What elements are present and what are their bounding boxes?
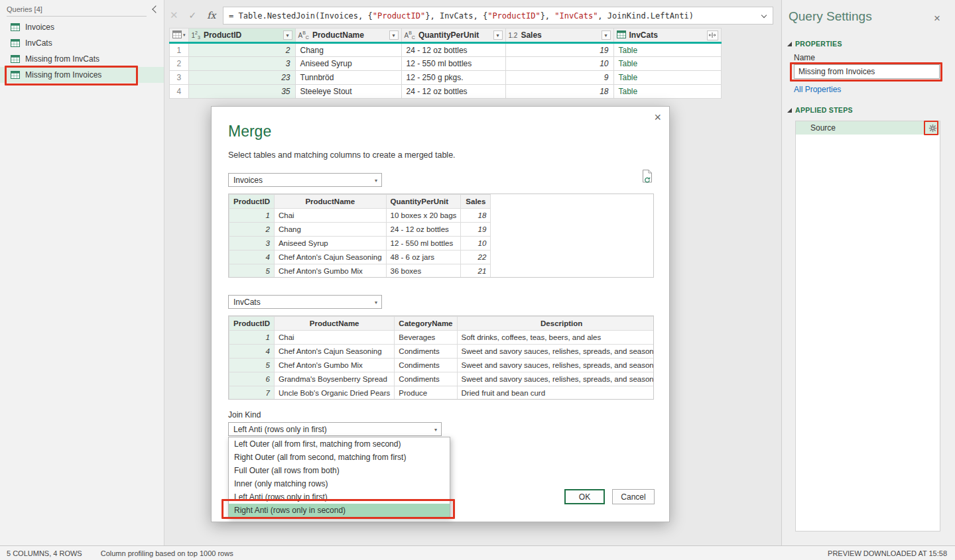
dialog-column-header[interactable]: QuantityPerUnit xyxy=(386,195,461,209)
cell[interactable]: Chai xyxy=(274,209,386,223)
cell[interactable]: Grandma's Boysenberry Spread xyxy=(274,372,394,386)
cell[interactable]: 21 xyxy=(461,264,491,278)
row-number[interactable]: 2 xyxy=(170,57,189,71)
column-header[interactable]: InvCats xyxy=(613,28,721,43)
join-kind-option[interactable]: Left Anti (rows only in first) xyxy=(229,490,450,504)
table-link-cell[interactable]: Table xyxy=(613,43,721,57)
cell[interactable]: Chai xyxy=(274,331,394,345)
cell[interactable]: 22 xyxy=(461,251,491,264)
close-settings-icon[interactable]: × xyxy=(934,12,940,25)
cell[interactable]: Chang xyxy=(295,43,401,57)
column-header[interactable]: 1.2Sales▾ xyxy=(505,28,613,43)
cell[interactable]: Chef Anton's Cajun Seasoning xyxy=(274,345,394,359)
filter-dropdown-icon[interactable]: ▾ xyxy=(283,30,292,40)
cell[interactable]: 3 xyxy=(188,57,295,71)
cell[interactable]: 12 - 550 ml bottles xyxy=(386,237,461,251)
properties-section-header[interactable]: PROPERTIES xyxy=(787,40,842,48)
cell[interactable]: 24 - 12 oz bottles xyxy=(401,85,505,99)
dialog-column-header[interactable]: ProductID xyxy=(229,195,275,209)
refresh-preview-icon[interactable] xyxy=(640,169,654,188)
cell[interactable]: 10 xyxy=(461,237,491,251)
collapse-pane-icon[interactable] xyxy=(152,5,159,13)
cell[interactable]: Chef Anton's Gumbo Mix xyxy=(274,359,394,372)
cell[interactable]: 10 xyxy=(505,57,613,71)
all-properties-link[interactable]: All Properties xyxy=(794,85,841,94)
sidebar-item-query[interactable]: Invoices xyxy=(0,19,164,35)
cell[interactable]: Chef Anton's Gumbo Mix xyxy=(274,264,386,278)
expand-column-icon[interactable] xyxy=(707,30,718,40)
column-header[interactable]: 123ProductID▾ xyxy=(188,28,295,43)
sidebar-item-query[interactable]: InvCats xyxy=(0,35,164,51)
cell[interactable]: 5 xyxy=(229,264,275,278)
dialog-column-header[interactable]: ProductID xyxy=(229,317,275,331)
row-number[interactable]: 3 xyxy=(170,71,189,85)
column-header[interactable]: ABCProductName▾ xyxy=(295,28,401,43)
filter-dropdown-icon[interactable]: ▾ xyxy=(493,30,503,40)
cell[interactable]: 9 xyxy=(505,71,613,85)
cancel-button[interactable]: Cancel xyxy=(612,489,655,504)
cell[interactable]: 3 xyxy=(229,237,275,251)
join-kind-option[interactable]: Inner (only matching rows) xyxy=(229,477,450,490)
formula-expand-icon[interactable] xyxy=(761,13,767,18)
cell[interactable]: 1 xyxy=(229,209,275,223)
dialog-close-icon[interactable]: × xyxy=(654,111,661,125)
cell[interactable]: 2 xyxy=(188,43,295,57)
cell[interactable]: Sweet and savory sauces, relishes, sprea… xyxy=(457,359,654,372)
filter-dropdown-icon[interactable]: ▾ xyxy=(389,30,399,40)
cell[interactable]: Sweet and savory sauces, relishes, sprea… xyxy=(457,345,654,359)
cell[interactable]: 24 - 12 oz bottles xyxy=(401,43,505,57)
cell[interactable]: Chang xyxy=(274,223,386,237)
table-link-cell[interactable]: Table xyxy=(613,57,721,71)
cell[interactable]: Soft drinks, coffees, teas, beers, and a… xyxy=(457,331,654,345)
applied-steps-section-header[interactable]: APPLIED STEPS xyxy=(787,106,853,114)
cell[interactable]: 1 xyxy=(229,331,275,345)
cell[interactable]: 19 xyxy=(505,43,613,57)
table-link-cell[interactable]: Table xyxy=(613,85,721,99)
ok-button[interactable]: OK xyxy=(564,489,605,504)
cell[interactable]: 4 xyxy=(229,251,275,264)
join-kind-option[interactable]: Right Outer (all from second, matching f… xyxy=(229,451,450,464)
cell[interactable]: Chef Anton's Cajun Seasoning xyxy=(274,251,386,264)
formula-input[interactable]: = Table.NestedJoin(Invoices, {"ProductID… xyxy=(223,7,773,25)
row-number[interactable]: 4 xyxy=(170,85,189,99)
query-name-input[interactable] xyxy=(794,64,940,79)
sidebar-item-query[interactable]: Missing from InvCats xyxy=(0,51,164,67)
dialog-column-header[interactable]: ProductName xyxy=(274,195,386,209)
table-link-cell[interactable]: Table xyxy=(613,71,721,85)
cell[interactable]: 23 xyxy=(188,71,295,85)
cell[interactable]: 24 - 12 oz bottles xyxy=(386,223,461,237)
dialog-column-header[interactable]: Description xyxy=(457,317,654,331)
cell[interactable]: 7 xyxy=(229,386,275,400)
cell[interactable]: Condiments xyxy=(395,345,457,359)
cell[interactable]: Uncle Bob's Organic Dried Pears xyxy=(274,386,394,400)
cell[interactable]: 18 xyxy=(505,85,613,99)
cell[interactable]: Aniseed Syrup xyxy=(295,57,401,71)
cell[interactable]: 4 xyxy=(229,345,275,359)
status-profiling[interactable]: Column profiling based on top 1000 rows xyxy=(101,549,233,557)
row-number[interactable]: 1 xyxy=(170,43,189,57)
cell[interactable]: 48 - 6 oz jars xyxy=(386,251,461,264)
cell[interactable]: Aniseed Syrup xyxy=(274,237,386,251)
cell[interactable]: 19 xyxy=(461,223,491,237)
sidebar-item-query[interactable]: Missing from Invoices xyxy=(0,67,164,83)
dialog-column-header[interactable]: Sales xyxy=(461,195,491,209)
cell[interactable]: 12 - 550 ml bottles xyxy=(401,57,505,71)
cell[interactable]: Produce xyxy=(395,386,457,400)
filter-dropdown-icon[interactable]: ▾ xyxy=(602,30,611,40)
join-kind-option[interactable]: Left Outer (all from first, matching fro… xyxy=(229,437,450,451)
join-kind-select[interactable]: Left Anti (rows only in first) ▾ xyxy=(228,422,442,436)
cell[interactable]: 35 xyxy=(188,85,295,99)
cell[interactable]: 10 boxes x 20 bags xyxy=(386,209,461,223)
gear-icon[interactable] xyxy=(928,124,937,133)
cell[interactable]: 5 xyxy=(229,359,275,372)
cancel-formula-icon[interactable]: ✕ xyxy=(170,9,178,21)
cell[interactable]: 12 - 250 g pkgs. xyxy=(401,71,505,85)
applied-step-item[interactable]: Source xyxy=(796,121,940,135)
second-table-select[interactable]: InvCats ▾ xyxy=(228,295,382,309)
table-corner-button[interactable]: ▾ xyxy=(170,28,189,43)
cell[interactable]: Sweet and savory sauces, relishes, sprea… xyxy=(457,372,654,386)
dialog-column-header[interactable]: CategoryName xyxy=(395,317,457,331)
cell[interactable]: Condiments xyxy=(395,359,457,372)
first-table-select[interactable]: Invoices ▾ xyxy=(228,173,382,187)
cell[interactable]: Tunnbröd xyxy=(295,71,401,85)
